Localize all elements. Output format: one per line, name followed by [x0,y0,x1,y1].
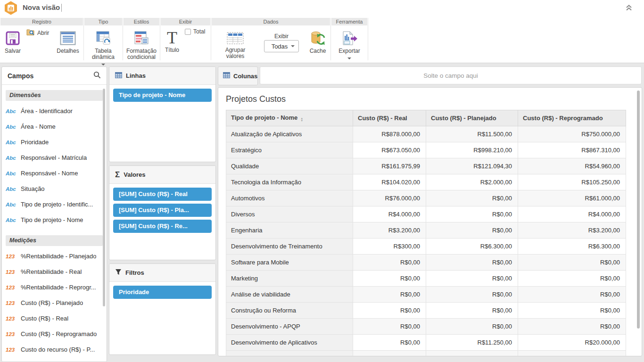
conditional-format-button[interactable]: Formatação condicional [124,31,159,60]
field-item[interactable]: 123Custo (R$) - Real [6,311,103,326]
title-text-cursor [61,4,62,12]
field-item[interactable]: AbcResponsável - Matrícula [6,150,103,165]
sigma-icon: Σ [115,172,120,178]
value-cell: R$11.250,00 [426,335,518,351]
show-dropdown[interactable]: Todas [264,40,299,52]
row-header-cell: Automotivos [226,190,353,206]
field-label: %Rentabilidade - Planejado [21,253,96,260]
value-cell: R$0,00 [426,303,518,319]
value-cell: R$0,00 [426,206,518,222]
field-item[interactable]: 123%Rentabilidade - Reprogr... [6,280,103,295]
filters-panel: Filtros Prioridade [109,263,216,355]
field-item[interactable]: AbcTipo de projeto - Nome [6,212,103,228]
field-chip[interactable]: [SUM] Custo (R$) - Re... [113,220,212,233]
columns-panel-header: Colunas [218,66,258,85]
field-item[interactable]: AbcSituação [6,181,103,197]
search-icon[interactable] [93,71,101,81]
fields-scrollbar[interactable] [103,89,105,306]
field-label: Responsável - Matrícula [21,154,87,161]
value-cell: R$6.300,00 [426,239,518,255]
field-item[interactable]: AbcTipo de projeto - Identific... [6,197,103,212]
details-icon [54,31,82,46]
column-header[interactable]: Custo (R$) - Planejado [426,110,518,126]
value-cell: R$121.094,30 [426,158,518,174]
value-cell: R$4.000,00 [353,206,426,222]
title-toggle-button[interactable]: T Título [161,30,183,53]
value-cell: R$6.300,00 [518,239,626,255]
export-dropdown-caret-icon [347,58,351,59]
filters-panel-header: Filtros [109,264,215,282]
column-header[interactable]: Custo (R$) - Reprogramado [518,110,626,126]
abc-text-type-icon: Abc [6,140,17,145]
columns-dropzone[interactable]: Solte o campo aqui [260,66,642,84]
value-cell: R$0,00 [426,351,518,357]
field-item[interactable]: AbcPrioridade [6,134,103,150]
checkbox-icon[interactable] [185,29,191,35]
pivot-table-button[interactable]: Tabela dinâmica [86,31,121,67]
group-separator [160,18,160,60]
row-header-cell: Tecnologia da Informação [226,174,353,190]
funnel-icon [115,269,122,277]
field-chip[interactable]: Prioridade [113,286,212,299]
grid-icon [223,72,230,80]
column-header[interactable]: Custo (R$) - Real [353,110,426,126]
field-item[interactable]: 123Custo (R$) - Planejado [6,295,103,311]
group-separator [330,18,331,60]
column-header[interactable]: Tipo de projeto - Nome▲▼ [226,110,353,126]
valores-chips: [SUM] Custo (R$) - Real[SUM] Custo (R$) … [109,184,215,239]
field-chip[interactable]: [SUM] Custo (R$) - Pla... [113,204,212,217]
table-row: Análise de viabilidadeR$0,00R$0,00R$0,00 [226,287,626,303]
value-cell: R$0,00 [426,190,518,206]
open-folder-icon [26,28,35,37]
field-label: Custo (R$) - Planejado [21,299,83,306]
field-chip[interactable]: Tipo de projeto - Nome [113,89,212,102]
field-item[interactable]: AbcÁrea - Identificador [6,103,103,119]
group-values-icon [216,32,255,45]
abc-text-type-icon: Abc [6,155,17,161]
report-table-body: Atualização de AplicativosR$878.000,00R$… [226,126,626,357]
field-item[interactable]: 123%Rentabilidade - Planejado [6,248,103,264]
numeric-type-icon: 123 [6,254,17,259]
export-button[interactable]: Exportar [335,31,364,61]
field-item[interactable]: 123Custo (R$) - Reprogramado [6,326,103,342]
field-item[interactable]: 123Custo do recurso (R$) - P... [6,342,103,357]
abc-text-type-icon: Abc [6,202,17,207]
title-T-icon: T [161,30,183,45]
field-chip[interactable]: [SUM] Custo (R$) - Real [113,188,212,201]
row-header-cell: Desenvolvimento de Aplicativos [226,335,353,351]
abc-text-type-icon: Abc [6,186,17,192]
report-scrollbar[interactable] [637,90,640,329]
abc-text-type-icon: Abc [6,108,17,114]
row-header-cell: Software para Mobile [226,255,353,271]
value-cell: R$0,00 [353,287,426,303]
ribbon-group-tipo: Tipo [84,18,122,25]
value-cell: R$3.200,00 [518,222,626,239]
value-cell [518,351,626,357]
row-header-cell: Qualidade [226,158,353,174]
ribbon-group-ferramenta: Ferramenta [331,18,367,25]
column-header-label: Custo (R$) - Planejado [431,115,496,122]
value-cell: R$61.000,00 [518,190,626,206]
field-item[interactable]: AbcÁrea - Nome [6,119,103,134]
field-item[interactable]: 123%Rentabilidade - Real [6,264,103,280]
abc-text-type-icon: Abc [6,171,17,176]
field-label: Custo do recurso (R$) - P... [21,346,95,353]
save-button[interactable]: Salvar [1,31,24,54]
row-header-cell: Desenvolvimento de Treinamento [226,239,353,255]
collapse-ribbon-icon[interactable] [625,4,633,13]
cache-button[interactable]: Cache [306,31,329,54]
open-button[interactable]: Abrir [26,28,49,37]
abc-text-type-icon: Abc [6,217,17,223]
field-item[interactable]: AbcResponsável - Nome [6,165,103,181]
dropdown-caret-icon [291,45,295,47]
view-title-input[interactable]: Nova visão [23,3,60,11]
ribbon-group-estilos: Estilos [124,18,159,25]
details-button[interactable]: Detalhes [54,31,82,54]
group-values-button[interactable]: Agrupar valores [216,32,255,59]
value-cell: R$0,00 [353,271,426,287]
total-checkbox[interactable]: Total [185,28,205,35]
value-cell: R$673.050,00 [353,142,426,158]
report-table-head-row: Tipo de projeto - Nome▲▼Custo (R$) - Rea… [226,110,626,126]
table-row: DiversosR$4.000,00R$0,00R$4.000,00 [226,206,626,222]
row-header-cell: Atualização de Aplicativos [226,126,353,142]
